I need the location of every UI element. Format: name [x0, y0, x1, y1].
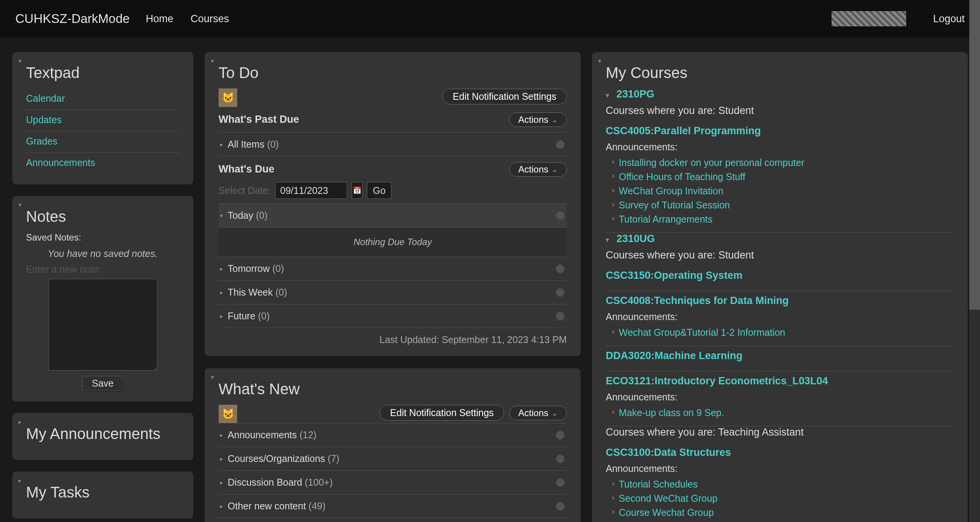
- past-due-heading: What's Past Due: [219, 114, 299, 125]
- expand-icon: ▸: [220, 313, 223, 320]
- term-toggle[interactable]: 2310PG: [606, 88, 654, 100]
- course-link[interactable]: CSC3150:Operating System: [606, 270, 954, 285]
- textpad-link-updates[interactable]: Updates: [26, 114, 62, 125]
- mycourses-title: My Courses: [606, 64, 954, 81]
- nav-home[interactable]: Home: [146, 13, 173, 25]
- my-announcements-title: My Announcements: [26, 425, 179, 442]
- course-link[interactable]: DDA3020:Machine Learning: [606, 350, 954, 365]
- announcement-link[interactable]: Tutorial Schedules: [619, 479, 698, 489]
- course-block: CSC3100:Data StructuresAnnouncements:Tut…: [606, 443, 954, 522]
- vertical-scrollbar[interactable]: [969, 0, 980, 522]
- expand-icon: ▸: [220, 141, 223, 148]
- announcements-label: Announcements:: [606, 392, 954, 403]
- nav-courses[interactable]: Courses: [191, 13, 229, 25]
- notes-module: Notes Saved Notes: You have no saved not…: [12, 196, 193, 402]
- announcement-link[interactable]: Second WeChat Group: [619, 493, 717, 504]
- select-date-label: Select Date:: [219, 185, 271, 196]
- whats-due-heading: What's Due: [219, 163, 274, 175]
- course-block: CSC4005:Parallel ProgrammingAnnouncement…: [606, 121, 954, 233]
- textpad-title: Textpad: [26, 64, 179, 81]
- tomorrow-row[interactable]: ▸Tomorrow (0): [219, 257, 567, 281]
- textpad-link-calendar[interactable]: Calendar: [26, 93, 65, 104]
- status-dot[interactable]: [556, 478, 564, 487]
- announcements-label: Announcements:: [606, 463, 954, 474]
- course-block: DDA3020:Machine Learning: [606, 346, 954, 371]
- status-dot[interactable]: [556, 431, 564, 439]
- save-note-button[interactable]: Save: [82, 376, 123, 391]
- status-dot[interactable]: [556, 288, 564, 297]
- all-items-row[interactable]: ▸All Items (0): [219, 133, 567, 156]
- user-avatar-name[interactable]: [832, 11, 906, 26]
- status-dot[interactable]: [556, 265, 564, 273]
- status-dot[interactable]: [556, 211, 564, 220]
- announcement-link[interactable]: Survey of Tutorial Session: [619, 200, 730, 210]
- announcement-link[interactable]: Wechat Group&Tutorial 1-2 Information: [619, 327, 785, 338]
- expand-icon: ▸: [220, 265, 223, 272]
- note-prompt: Enter a new note:: [26, 264, 179, 275]
- announcement-item: Course Wechat Group: [612, 506, 954, 520]
- announcement-link[interactable]: Installing docker on your personal compu…: [619, 157, 804, 168]
- my-tasks-title: My Tasks: [26, 484, 179, 501]
- announcement-link[interactable]: Tutorial Arrangements: [619, 214, 713, 224]
- calendar-icon[interactable]: 📅: [352, 182, 362, 199]
- due-actions-button[interactable]: Actions⌄: [509, 162, 567, 177]
- textpad-module: Textpad Calendar Updates Grades Announce…: [12, 52, 193, 184]
- expand-icon: ▸: [220, 289, 223, 296]
- term-toggle[interactable]: 2310UG: [606, 233, 655, 245]
- announcement-link[interactable]: Course Wechat Group: [619, 507, 714, 518]
- announcement-link[interactable]: Make-up class on 9 Sep.: [619, 407, 724, 418]
- announcement-item: WeChat Group Invitation: [612, 184, 954, 198]
- announcement-link[interactable]: WeChat Group Invitation: [619, 185, 723, 196]
- thisweek-row[interactable]: ▸This Week (0): [219, 281, 567, 304]
- role-heading: Courses where you are: Student: [606, 105, 954, 117]
- nav-logout[interactable]: Logout: [933, 13, 965, 25]
- announcement-item: Make-up class on 9 Sep.: [612, 406, 954, 420]
- edit-notification-button[interactable]: Edit Notification Settings: [442, 89, 567, 104]
- textpad-link-announcements[interactable]: Announcements: [26, 157, 95, 168]
- date-input[interactable]: [275, 182, 347, 199]
- my-tasks-module: My Tasks: [12, 472, 193, 519]
- notes-title: Notes: [26, 208, 179, 225]
- whatsnew-actions-button[interactable]: Actions⌄: [509, 406, 567, 420]
- expand-icon: ▸: [220, 479, 223, 486]
- edit-notification-button[interactable]: Edit Notification Settings: [380, 405, 504, 421]
- course-link[interactable]: CSC4005:Parallel Programming: [606, 125, 954, 140]
- no-saved-notes: You have no saved notes.: [26, 248, 179, 259]
- future-row[interactable]: ▸Future (0): [219, 304, 567, 328]
- textpad-link-grades[interactable]: Grades: [26, 136, 57, 146]
- saved-notes-label: Saved Notes:: [26, 232, 179, 243]
- announcement-item: Second WeChat Group: [612, 491, 954, 506]
- status-dot[interactable]: [556, 140, 564, 149]
- role-heading: Courses where you are: Student: [606, 249, 954, 261]
- top-nav: CUHKSZ-DarkMode Home Courses Logout: [0, 0, 980, 37]
- announcement-link[interactable]: Office Hours of Teaching Stuff: [619, 171, 745, 182]
- status-dot[interactable]: [556, 312, 564, 320]
- status-dot[interactable]: [556, 502, 564, 511]
- announcement-item: Tutorial Arrangements: [612, 212, 954, 226]
- whatsnew-row[interactable]: ▸Announcements (12): [219, 423, 567, 447]
- announcement-item: Office Hours of Teaching Stuff: [612, 170, 954, 184]
- announcement-item: Wechat Group&Tutorial 1-2 Information: [612, 325, 954, 340]
- go-button[interactable]: Go: [367, 182, 391, 199]
- whatsnew-row[interactable]: ▸Discussion Board (100+): [219, 471, 567, 494]
- status-dot[interactable]: [556, 455, 564, 463]
- note-textarea[interactable]: [49, 279, 157, 371]
- announcement-item: Installing docker on your personal compu…: [612, 156, 954, 170]
- course-link[interactable]: CSC4008:Techniques for Data Mining: [606, 295, 954, 310]
- whatsnew-row[interactable]: ▸Other new content (49): [219, 494, 567, 518]
- chevron-down-icon: ⌄: [551, 115, 558, 124]
- whatsnew-row[interactable]: ▸Courses/Organizations (7): [219, 447, 567, 471]
- brand-title: CUHKSZ-DarkMode: [15, 11, 130, 26]
- my-announcements-module: My Announcements: [12, 413, 193, 460]
- whatsnew-title: What's New: [219, 381, 567, 398]
- today-row[interactable]: ▾Today (0): [219, 204, 567, 228]
- mycourses-module: My Courses 2310PGCourses where you are: …: [592, 52, 968, 522]
- chevron-down-icon: ⌄: [551, 165, 558, 174]
- todo-module: To Do 🐱 Edit Notification Settings What'…: [205, 52, 580, 356]
- expand-icon: ▾: [220, 212, 223, 219]
- chevron-down-icon: ⌄: [551, 408, 558, 418]
- course-link[interactable]: CSC3100:Data Structures: [606, 447, 954, 462]
- scrollbar-thumb[interactable]: [969, 0, 980, 310]
- past-due-actions-button[interactable]: Actions⌄: [509, 112, 567, 127]
- course-link[interactable]: ECO3121:Introductory Econometrics_L03L04: [606, 375, 954, 390]
